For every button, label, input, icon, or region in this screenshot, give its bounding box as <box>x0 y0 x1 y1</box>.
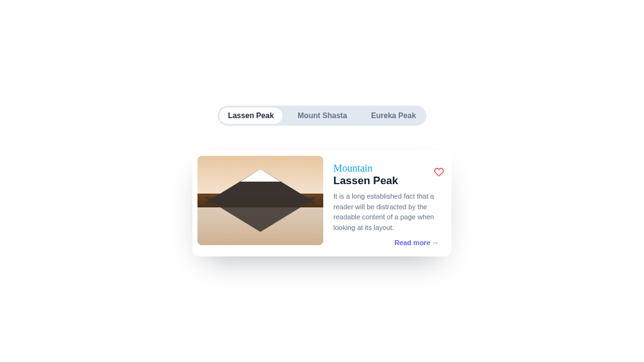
card-image <box>197 156 323 245</box>
tab-eureka-peak[interactable]: Eureka Peak <box>362 107 425 124</box>
tab-lassen-peak[interactable]: Lassen Peak <box>219 107 283 124</box>
arrow-right-icon: → <box>432 239 439 246</box>
card-body: Mountain Lassen Peak It is a long establ… <box>333 156 447 251</box>
card-title: Lassen Peak <box>333 175 441 187</box>
heart-icon[interactable] <box>434 167 444 180</box>
card-description: It is a long established fact that a rea… <box>333 191 441 233</box>
read-more-label: Read more <box>394 239 430 246</box>
card-category: Mountain <box>333 163 441 173</box>
destination-card: Mountain Lassen Peak It is a long establ… <box>192 151 452 256</box>
tab-mount-shasta[interactable]: Mount Shasta <box>289 107 356 124</box>
tab-list: Lassen Peak Mount Shasta Eureka Peak <box>218 106 427 126</box>
read-more-link[interactable]: Read more→ <box>333 239 441 246</box>
